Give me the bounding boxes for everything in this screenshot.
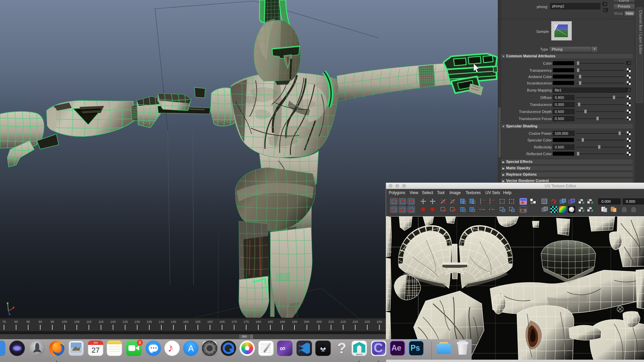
svg-text:0: 0 bbox=[387, 316, 388, 319]
